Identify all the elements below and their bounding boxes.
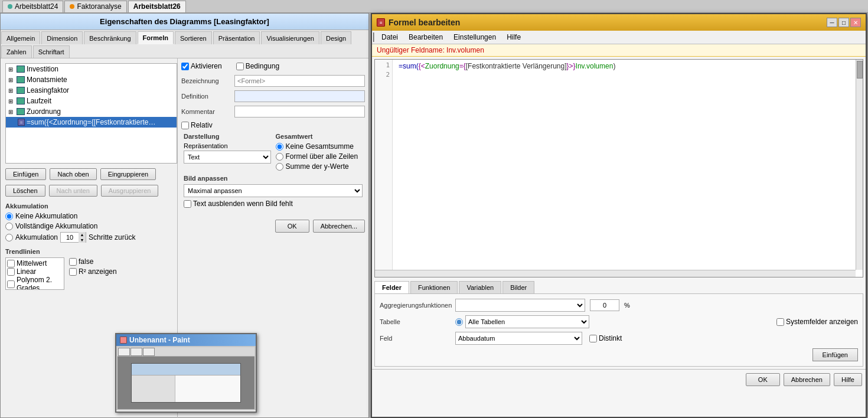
tab-dimension[interactable]: Dimension <box>41 31 83 44</box>
spinbox-down[interactable]: ▼ <box>79 237 86 243</box>
repraesentation-label: Repräsentation <box>184 142 271 149</box>
systemfelder-check[interactable] <box>776 318 784 326</box>
tree-laufzeit[interactable]: ⊞ Laufzeit <box>6 96 177 106</box>
formula-abbrechen-button[interactable]: Abbrechen <box>784 373 830 386</box>
percent-input[interactable] <box>590 299 619 311</box>
gesamtwert-section: Gesamtwert Keine Gesamtsumme Formel über… <box>276 133 363 172</box>
feld-select[interactable]: Abbaudatum <box>455 332 582 345</box>
scrollbar-thumb-v[interactable] <box>857 61 863 79</box>
formula-code-line2[interactable] <box>396 71 860 81</box>
eingruppieren-button[interactable]: Eingruppieren <box>100 168 156 180</box>
einfuegen-button[interactable]: Einfügen <box>5 168 46 180</box>
r2-check[interactable] <box>69 268 77 276</box>
line-num-2: 2 <box>375 70 392 80</box>
distinkt-label: Distinkt <box>589 334 622 342</box>
gesamt-keine-radio[interactable] <box>276 143 283 151</box>
formula-hilfe-button[interactable]: Hilfe <box>834 373 862 386</box>
tree-label: Monatsmiete <box>27 76 67 84</box>
menu-datei[interactable]: Datei <box>377 32 403 43</box>
text-ausblenden-check[interactable] <box>184 200 191 208</box>
paint-window[interactable]: Unbenannt - Paint <box>115 333 257 413</box>
distinkt-check[interactable] <box>589 335 597 342</box>
menu-bearbeiten[interactable]: Bearbeiten <box>404 32 448 43</box>
percent-label: % <box>624 302 630 309</box>
akk-vollstaendige-radio[interactable] <box>5 223 13 230</box>
bezeichnung-input[interactable] <box>234 75 365 87</box>
gesamt-formel-radio[interactable] <box>276 153 283 161</box>
formula-ok-button[interactable]: OK <box>746 373 780 386</box>
restore-button[interactable]: □ <box>838 18 849 27</box>
tab-variablen[interactable]: Variablen <box>459 281 501 293</box>
nach-oben-button[interactable]: Nach oben <box>50 168 96 180</box>
error-text: Ungültiger Feldname: Inv.volumen <box>377 46 484 54</box>
bezeichnung-label: Bezeichnung <box>181 77 234 84</box>
tab-arbeitsblatt24[interactable]: Arbeitsblatt24 <box>2 1 63 12</box>
formula-title-text: Formel bearbeiten <box>389 18 460 27</box>
tab-schriftart[interactable]: Schriftart <box>33 45 70 58</box>
expand-icon[interactable]: ⊞ <box>8 98 15 105</box>
tree-zuordnung[interactable]: ⊞ Zuordnung <box>6 106 177 117</box>
loeschen-button[interactable]: Löschen <box>5 185 45 197</box>
tree-leasingfaktor[interactable]: ⊞ Leasingfaktor <box>6 85 177 96</box>
tab-zahlen[interactable]: Zahlen <box>1 45 32 58</box>
expand-icon[interactable]: ⊞ <box>8 77 15 83</box>
menu-hilfe[interactable]: Hilfe <box>502 32 526 43</box>
spinbox-up[interactable]: ▲ <box>79 232 86 237</box>
tabelle-label: Tabelle <box>380 318 451 325</box>
definition-input[interactable]: =sum({<Zuordnung={[Festkontraktierte Ver… <box>234 90 365 102</box>
tabelle-select[interactable]: Alle Tabellen <box>465 315 589 328</box>
tab-funktionen[interactable]: Funktionen <box>410 281 458 293</box>
aggregierungsfunktionen-select[interactable] <box>455 299 585 312</box>
gleichung-label: false <box>79 257 93 266</box>
aktivieren-check[interactable] <box>181 63 189 70</box>
tree-formula-item[interactable]: = =sum({<Zuordnung={[Festkontraktierte V… <box>6 117 177 128</box>
repraesentation-select[interactable]: Text Bild Circular Gauge <box>184 151 271 164</box>
tab-bilder[interactable]: Bilder <box>502 281 534 293</box>
editor-scrollbar-h[interactable] <box>375 270 856 277</box>
ausgruppieren-button[interactable]: Ausgruppieren <box>101 185 159 197</box>
tab-beschraenkung[interactable]: Beschränkung <box>84 31 136 44</box>
nach-unten-button[interactable]: Nach unten <box>49 185 97 197</box>
ok-button[interactable]: OK <box>275 220 309 233</box>
editor-scrollbar-v[interactable] <box>856 60 863 270</box>
expand-icon[interactable]: ⊞ <box>8 109 15 115</box>
formula-editor[interactable]: 1 2 =sum({<Zuordnung={[Festkontraktierte… <box>374 59 863 277</box>
gleichung-check[interactable] <box>69 258 77 266</box>
tabelle-radio[interactable] <box>455 318 463 326</box>
steps-input[interactable]: 10 <box>61 234 79 241</box>
expand-icon[interactable]: ⊞ <box>8 66 15 73</box>
akk-akkumulation-label: Akkumulation <box>15 233 58 241</box>
menu-einstellungen[interactable]: Einstellungen <box>449 32 501 43</box>
tab-felder[interactable]: Felder <box>374 281 409 293</box>
tab-visualisierungen[interactable]: Visualisierungen <box>261 31 319 44</box>
relativ-check[interactable] <box>181 122 189 129</box>
tab-praesentation[interactable]: Präsentation <box>213 31 260 44</box>
kommentar-label: Kommentar <box>181 108 234 115</box>
gesamt-summe-radio[interactable] <box>276 163 283 171</box>
tree-investition[interactable]: ⊞ Investition <box>6 64 177 74</box>
expand-icon[interactable]: ⊞ <box>8 87 15 94</box>
tab-allgemein[interactable]: Allgemein <box>1 31 40 44</box>
darstellung-title: Darstellung <box>184 133 271 140</box>
tab-formeln[interactable]: Formeln <box>138 31 174 44</box>
bedingung-check[interactable] <box>236 63 244 70</box>
tab-faktoranalyse[interactable]: Faktoranalyse <box>64 1 126 12</box>
akk-keine-radio[interactable] <box>5 213 13 220</box>
close-button[interactable]: ✕ <box>850 18 861 27</box>
tab-sortieren[interactable]: Sortieren <box>175 31 212 44</box>
mittelwert-check[interactable] <box>7 260 15 267</box>
abbrechen-button[interactable]: Abbrechen... <box>313 220 365 233</box>
tab-design[interactable]: Design <box>321 31 351 44</box>
akk-vollstaendige-label: Vollständige Akkumulation <box>15 222 97 230</box>
kommentar-input[interactable] <box>234 106 365 117</box>
felder-einfuegen-button[interactable]: Einfügen <box>812 348 858 361</box>
polynom-check[interactable] <box>7 280 15 288</box>
minimize-button[interactable]: ─ <box>827 18 837 27</box>
paint-canvas <box>118 347 254 409</box>
tab-arbeitsblatt26[interactable]: Arbeitsblatt26 <box>128 1 186 12</box>
formula-code-line1[interactable]: =sum({<Zuordnung={[Festkontraktierte Ver… <box>396 61 860 71</box>
tree-monatsmiete[interactable]: ⊞ Monatsmiete <box>6 74 177 85</box>
akk-akkumulation-radio[interactable] <box>5 234 13 241</box>
linear-check[interactable] <box>7 268 15 276</box>
bild-select[interactable]: Maximal anpassen <box>184 184 363 197</box>
